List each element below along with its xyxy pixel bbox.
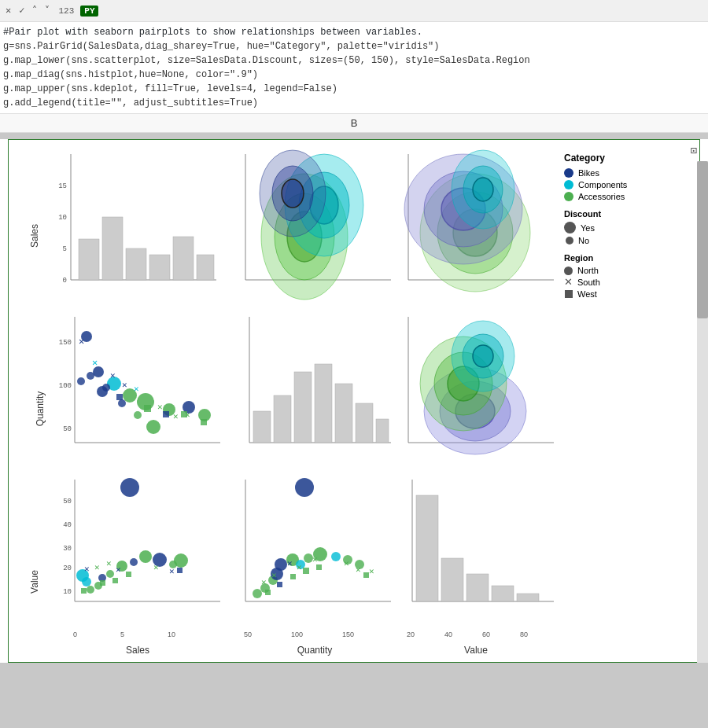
plot-cell-2-1: 50 100 150 [43, 309, 232, 470]
svg-text:30: 30 [63, 545, 72, 553]
plot-container: Sales Quantity Value 0 5 10 15 [8, 139, 700, 663]
svg-text:50: 50 [63, 425, 72, 433]
svg-rect-71 [294, 372, 312, 443]
kde-1-2 [234, 146, 395, 303]
svg-rect-8 [126, 248, 146, 280]
code-line-3: g.map_diag(sns.histplot,hue=None, color=… [3, 68, 702, 82]
legend-discount-no: No [564, 236, 680, 245]
x-tick-labels: 0 5 10 50 100 150 20 40 60 80 [43, 631, 693, 643]
svg-rect-141 [265, 590, 271, 595]
svg-rect-9 [149, 255, 170, 280]
check-button[interactable]: ✓ [17, 4, 27, 17]
output-area: ⊡ Sales Quantity Value 0 5 10 [0, 139, 708, 663]
svg-text:✕: ✕ [312, 555, 318, 564]
svg-point-125 [275, 558, 287, 571]
svg-text:✕: ✕ [153, 563, 159, 572]
scrollbar-thumb[interactable] [697, 161, 708, 318]
y-axis-label-value: Value [29, 570, 40, 594]
svg-text:✕: ✕ [122, 381, 127, 390]
plot-cell-1-1: 0 5 10 15 [43, 146, 232, 307]
x-axis-col-labels: Sales Quantity Value [43, 645, 693, 656]
svg-rect-146 [363, 572, 369, 578]
svg-point-49 [77, 377, 85, 385]
code-line-4: g.map_upper(sns.kdeplot, fill=True, leve… [3, 82, 702, 96]
cancel-button[interactable]: ✕ [3, 4, 13, 17]
svg-rect-113 [81, 588, 87, 594]
code-line-comment: #Pair plot with seaborn pairplots to sho… [3, 25, 702, 39]
legend-bikes: Bikes [564, 168, 680, 178]
svg-point-102 [130, 558, 138, 566]
scatter-2-1: 50 100 150 [43, 309, 228, 466]
legend-bottom-spacer [559, 472, 685, 629]
svg-rect-117 [177, 568, 183, 573]
svg-point-96 [82, 577, 91, 586]
kde-2-3 [400, 309, 556, 466]
plot-cell-3-3 [400, 472, 558, 629]
chevron-down-button[interactable]: ˅ [42, 4, 52, 17]
kde-1-3 [400, 146, 556, 303]
svg-rect-7 [102, 217, 123, 280]
svg-text:150: 150 [59, 339, 72, 347]
svg-point-130 [331, 552, 341, 561]
svg-rect-152 [492, 586, 514, 601]
histogram-sales: 0 5 10 15 [43, 146, 228, 303]
svg-text:10: 10 [63, 588, 72, 596]
svg-rect-143 [290, 574, 296, 579]
plot-cell-3-1: 10 20 30 40 50 [43, 472, 232, 629]
svg-text:20: 20 [63, 564, 72, 572]
plot-cell-2-2 [234, 309, 399, 470]
x-label-sales: Sales [43, 645, 232, 656]
svg-text:✕: ✕ [344, 559, 349, 568]
expand-icon[interactable]: ⊡ [691, 144, 697, 157]
x-label-quantity: Quantity [232, 645, 397, 656]
legend-region-west: West [564, 289, 680, 299]
svg-point-94 [120, 478, 139, 497]
output-bar: B [0, 114, 708, 133]
plot-cell-2-3 [400, 309, 558, 470]
scrollbar-track[interactable] [697, 161, 708, 663]
svg-rect-72 [315, 364, 332, 443]
histogram-quantity [234, 309, 395, 466]
svg-text:40: 40 [63, 521, 72, 529]
scatter-3-2: ✕ ✕ ✕ ✕ ✕ ✕ ✕ ✕ [234, 472, 395, 625]
svg-point-100 [106, 570, 114, 578]
svg-rect-66 [201, 419, 207, 425]
svg-rect-63 [144, 405, 151, 412]
code-area[interactable]: #Pair plot with seaborn pairplots to sho… [0, 22, 708, 114]
legend-accessories: Accessories [564, 192, 680, 201]
legend-category-title: Category [564, 153, 680, 164]
y-axis-label-sales: Sales [29, 224, 40, 248]
code-line-1: g=sns.PairGrid(SalesData,diag_sharey=Tru… [3, 39, 702, 53]
svg-point-50 [87, 372, 94, 380]
svg-text:✕: ✕ [94, 563, 100, 572]
svg-rect-65 [181, 411, 187, 417]
svg-rect-144 [303, 568, 309, 574]
svg-point-106 [174, 553, 188, 568]
svg-text:✕: ✕ [116, 565, 121, 575]
svg-text:100: 100 [59, 382, 72, 390]
svg-rect-145 [316, 564, 322, 570]
x-label-value: Value [397, 645, 555, 656]
svg-text:✕: ✕ [369, 567, 374, 576]
svg-text:✕: ✕ [157, 403, 163, 412]
svg-rect-142 [277, 582, 282, 587]
svg-point-103 [139, 550, 152, 563]
svg-text:0: 0 [63, 277, 67, 285]
svg-point-86 [473, 345, 493, 367]
svg-text:✕: ✕ [84, 564, 90, 574]
code-line-2: g.map_lower(sns.scatterplot, size=SalesD… [3, 53, 702, 68]
legend-components: Components [564, 180, 680, 189]
svg-rect-62 [116, 394, 123, 400]
svg-point-121 [253, 589, 262, 598]
svg-text:10: 10 [58, 214, 67, 222]
svg-rect-64 [163, 411, 169, 417]
svg-text:✕: ✕ [261, 578, 267, 587]
plot-cell-3-2: ✕ ✕ ✕ ✕ ✕ ✕ ✕ ✕ [234, 472, 399, 629]
svg-point-120 [295, 478, 314, 497]
code-line-5: g.add_legend(title="", adjust_subtitles=… [3, 96, 702, 110]
scatter-3-1: 10 20 30 40 50 [43, 472, 228, 625]
svg-point-33 [473, 178, 493, 201]
legend-discount-title: Discount [564, 209, 680, 219]
svg-text:✕: ✕ [173, 412, 179, 421]
chevron-up-button[interactable]: ˄ [30, 4, 39, 17]
